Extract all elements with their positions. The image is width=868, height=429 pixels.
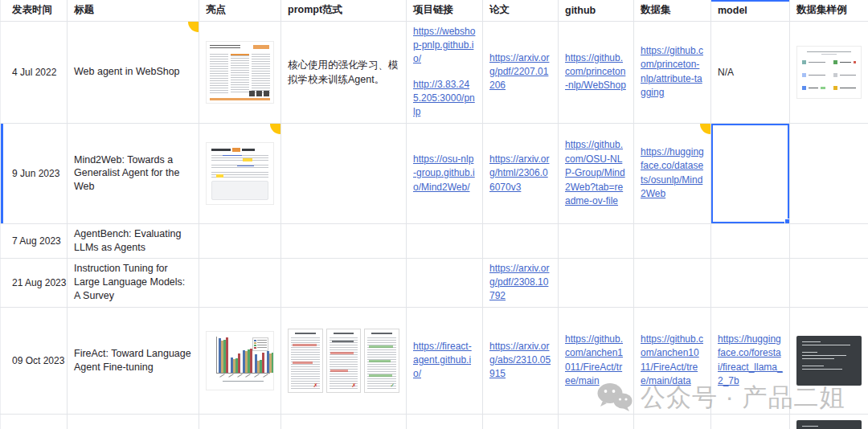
cell-r2-date[interactable]: 9 Jun 2023	[1, 123, 68, 223]
column-header-github[interactable]: github	[559, 0, 634, 21]
dataset-link[interactable]: https://github.com/anchen1011/FireAct/tr…	[641, 333, 704, 389]
cell-r4-project-link[interactable]	[407, 258, 483, 307]
cell-r1-title[interactable]: Web agent in WebShop	[68, 21, 199, 123]
cell-r4-dataset[interactable]	[634, 258, 711, 307]
cell-r6-sample[interactable]	[790, 414, 868, 429]
github-link[interactable]: https://github.com/princeton-nlp/WebShop	[565, 51, 627, 93]
cell-r3-date[interactable]: 7 Aug 2023	[1, 223, 68, 258]
column-header-dataset[interactable]: 数据集	[634, 0, 711, 21]
cell-r6-highlight[interactable]	[199, 414, 281, 429]
cell-r6-project-link[interactable]	[407, 414, 483, 429]
cell-r1-paper[interactable]: https://arxiv.org/pdf/2207.01206	[483, 21, 559, 123]
record-row-fireact: 09 Oct 2023 FireAct: Toward Language Age…	[1, 307, 868, 414]
prompt-examples-thumbnail[interactable]: ✗ ✗ ✓	[288, 329, 399, 393]
cell-r3-model[interactable]	[711, 223, 790, 258]
cell-r5-sample[interactable]	[790, 307, 868, 414]
cell-r1-highlight[interactable]	[199, 21, 281, 123]
cell-r4-sample[interactable]	[790, 258, 868, 307]
cell-r4-paper[interactable]: https://arxiv.org/pdf/2308.10792	[483, 258, 559, 307]
cell-r4-github[interactable]	[559, 258, 634, 307]
cell-r2-prompt[interactable]	[281, 123, 407, 223]
cell-r6-model[interactable]	[711, 414, 790, 429]
cell-r5-paper[interactable]: https://arxiv.org/abs/2310.05915	[483, 307, 559, 414]
paper-link[interactable]: https://arxiv.org/html/2306.06070v3	[489, 153, 551, 194]
project-link[interactable]: https://fireact-agent.github.io/	[413, 340, 476, 382]
column-header-paper[interactable]: 论文	[483, 0, 559, 21]
cell-r6-prompt[interactable]	[281, 414, 407, 429]
dataset-link[interactable]: https://huggingface.co/datasets/osunlp/M…	[641, 145, 704, 202]
cell-r4-date[interactable]: 21 Aug 2023	[1, 258, 68, 307]
dataset-link[interactable]: https://github.com/princeton-nlp/attribu…	[641, 44, 704, 100]
cell-r1-dataset[interactable]: https://github.com/princeton-nlp/attribu…	[634, 21, 711, 123]
cell-r4-title[interactable]: Instruction Tuning for Large Language Mo…	[68, 258, 199, 307]
cell-r3-highlight[interactable]	[199, 223, 281, 258]
cell-r1-prompt[interactable]: 核心使用的强化学习、模拟学校来训练Agent。	[281, 21, 407, 123]
cell-r5-highlight[interactable]	[199, 307, 281, 414]
mind2web-doc-thumbnail[interactable]	[206, 142, 274, 205]
project-link[interactable]: https://webshop-pnlp.github.io/	[413, 25, 476, 67]
column-header-title[interactable]: 标题	[68, 0, 199, 21]
fireact-barchart-thumbnail[interactable]	[206, 331, 274, 390]
cell-r6-date[interactable]	[1, 414, 68, 429]
column-header-project-link[interactable]: 项目链接	[407, 0, 483, 21]
cell-r3-title[interactable]: AgentBench: Evaluating LLMs as Agents	[68, 223, 199, 258]
cell-r6-paper[interactable]	[483, 414, 559, 429]
cell-r4-highlight[interactable]	[199, 258, 281, 307]
column-header-publish-date[interactable]: 发表时间	[1, 0, 68, 21]
cell-r5-title[interactable]: FireAct: Toward Language Agent Fine-tuni…	[68, 307, 199, 414]
paper-link[interactable]: https://arxiv.org/abs/2310.05915	[489, 340, 551, 382]
cell-r2-highlight[interactable]	[199, 123, 281, 223]
selection-fill-handle[interactable]	[784, 219, 790, 224]
cell-r5-project-link[interactable]: https://fireact-agent.github.io/	[407, 307, 483, 414]
cell-r5-dataset[interactable]: https://github.com/anchen1011/FireAct/tr…	[634, 307, 711, 414]
cell-r1-date[interactable]: 4 Jul 2022	[1, 21, 68, 123]
column-header-prompt[interactable]: prompt范式	[281, 0, 407, 21]
cell-r3-dataset[interactable]	[634, 223, 711, 258]
github-link[interactable]: https://github.com/OSU-NLP-Group/Mind2We…	[565, 138, 627, 208]
cell-r6-github[interactable]: https://	[559, 414, 634, 429]
model-link[interactable]: https://huggingface.co/forestai/fireact_…	[718, 333, 783, 389]
cell-r4-model[interactable]	[711, 258, 790, 307]
comment-marker[interactable]	[270, 124, 280, 134]
cell-r2-dataset[interactable]: https://huggingface.co/datasets/osunlp/M…	[634, 123, 711, 223]
project-link[interactable]: https://osu-nlp-group.github.io/Mind2Web…	[413, 153, 476, 194]
cell-r2-model-selected[interactable]	[711, 123, 790, 223]
cell-r5-model[interactable]: https://huggingface.co/forestai/fireact_…	[711, 307, 790, 414]
dataset-code-thumbnail[interactable]	[796, 336, 862, 386]
paper-link[interactable]: https://arxiv.org/pdf/2207.01206	[489, 51, 551, 93]
cell-r1-github[interactable]: https://github.com/princeton-nlp/WebShop	[559, 21, 634, 123]
cell-r2-github[interactable]: https://github.com/OSU-NLP-Group/Mind2We…	[559, 123, 634, 223]
cell-r2-project-link[interactable]: https://osu-nlp-group.github.io/Mind2Web…	[407, 123, 483, 223]
column-header-model[interactable]: model	[711, 0, 790, 21]
cell-r3-github[interactable]	[559, 223, 634, 258]
github-link[interactable]: https://github.com/anchen1011/FireAct/tr…	[565, 333, 627, 389]
paper-link[interactable]: https://arxiv.org/pdf/2308.10792	[489, 262, 551, 304]
project-link-alt[interactable]: http://3.83.245.205:3000/pnlp	[413, 78, 476, 120]
comment-marker[interactable]	[188, 22, 199, 32]
webshop-flow-diagram-thumbnail[interactable]	[796, 46, 862, 99]
cell-r2-title[interactable]: Mind2Web: Towards a Generalist Agent for…	[68, 123, 199, 223]
comment-marker[interactable]	[700, 124, 710, 134]
records-table: 发表时间 标题 亮点 prompt范式 项目链接 论文 github 数据集 m…	[0, 0, 868, 429]
cell-r3-paper[interactable]	[483, 223, 559, 258]
record-row-mind2web: 9 Jun 2023 Mind2Web: Towards a Generalis…	[1, 123, 868, 223]
cell-r5-github[interactable]: https://github.com/anchen1011/FireAct/tr…	[559, 307, 634, 414]
cell-r1-project-link[interactable]: https://webshop-pnlp.github.io/ http://3…	[407, 21, 483, 123]
paper-poster-thumbnail[interactable]	[206, 41, 274, 104]
cell-r5-prompt[interactable]: ✗ ✗ ✓	[281, 307, 407, 414]
cell-r6-dataset[interactable]: https://	[634, 414, 711, 429]
dataset-code-thumbnail[interactable]	[796, 420, 862, 429]
cell-r1-model[interactable]: N/A	[711, 21, 790, 123]
cell-r2-sample[interactable]	[790, 123, 868, 223]
cell-r5-date[interactable]: 09 Oct 2023	[1, 307, 68, 414]
cell-r1-sample[interactable]	[790, 21, 868, 123]
active-row-indicator	[1, 124, 3, 223]
column-header-dataset-sample[interactable]: 数据集样例	[790, 0, 868, 21]
cell-r3-sample[interactable]	[790, 223, 868, 258]
column-header-highlight[interactable]: 亮点	[199, 0, 281, 21]
cell-r3-project-link[interactable]	[407, 223, 483, 258]
cell-r3-prompt[interactable]	[281, 223, 407, 258]
cell-r2-paper[interactable]: https://arxiv.org/html/2306.06070v3	[483, 123, 559, 223]
cell-r6-title[interactable]	[68, 414, 199, 429]
cell-r4-prompt[interactable]	[281, 258, 407, 307]
